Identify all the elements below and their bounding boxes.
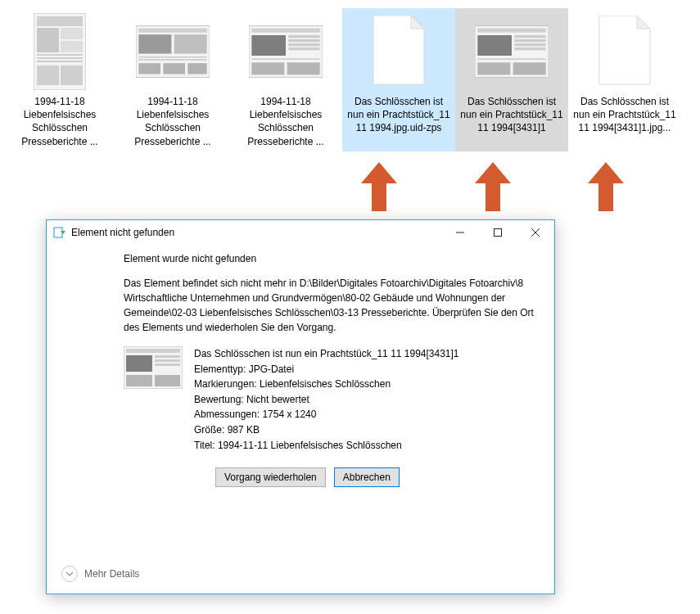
file-thumbnail [588,13,662,90]
detail-thumbnail [124,346,183,400]
svg-rect-17 [163,63,185,74]
detail-size: Größe: 987 KB [194,422,459,438]
file-thumbnail [23,13,97,90]
svg-rect-20 [251,29,319,33]
svg-rect-42 [126,349,180,353]
detail-dimensions: Abmessungen: 1754 x 1240 [194,407,459,422]
file-item[interactable]: 1994-11-18 Liebenfelsisches Schlösschen … [116,8,229,151]
dialog-message-heading: Element wurde nicht gefunden [124,253,540,264]
svg-rect-13 [174,34,207,53]
svg-rect-31 [477,35,512,56]
file-label: 1994-11-18 Liebenfelsisches Schlösschen … [233,95,339,148]
file-item[interactable]: Das Schlösschen ist nun ein Prachtstück_… [455,8,568,151]
svg-rect-34 [514,43,545,46]
svg-rect-46 [155,363,180,366]
file-thumbnail [362,13,436,90]
svg-rect-3 [61,28,83,39]
error-dialog: Element nicht gefunden Element wurde nic… [46,219,555,594]
svg-rect-43 [126,355,152,372]
svg-rect-23 [288,39,319,42]
dialog-file-details: Das Schlösschen ist nun ein Prachtstück_… [124,346,540,453]
svg-rect-32 [514,35,545,38]
svg-rect-2 [37,28,59,52]
retry-button[interactable]: Vorgang wiederholen [215,467,326,487]
svg-rect-27 [251,62,284,74]
svg-rect-28 [287,62,320,74]
svg-rect-48 [155,375,180,386]
detail-type: Elementtyp: JPG-Datei [194,362,459,377]
svg-rect-5 [37,54,83,56]
window-minimize-button[interactable] [441,220,479,245]
more-details-label: Mehr Details [84,568,139,580]
detail-title: Titel: 1994-11-11 Liebenfelsisches Schlö… [194,438,459,454]
window-close-button[interactable] [517,220,554,245]
svg-rect-24 [288,43,319,46]
svg-rect-33 [514,39,545,42]
file-item[interactable]: 1994-11-18 Liebenfelsisches Schlösschen … [3,8,116,151]
dialog-titlebar[interactable]: Element nicht gefunden [47,220,554,245]
file-label: 1994-11-18 Liebenfelsisches Schlösschen … [7,95,113,148]
svg-rect-38 [513,62,546,74]
svg-rect-36 [477,58,545,60]
svg-rect-45 [155,359,180,362]
file-thumbnail [249,13,323,90]
arrow-annotation-icon [588,162,624,211]
arrow-annotation-icon [361,162,397,211]
svg-rect-30 [477,29,545,33]
svg-rect-22 [288,35,319,38]
svg-rect-21 [251,35,286,56]
svg-rect-39 [54,228,62,237]
svg-rect-15 [138,59,206,61]
file-item[interactable]: 1994-11-18 Liebenfelsisches Schlösschen … [229,8,342,151]
svg-rect-1 [37,16,83,26]
svg-rect-8 [37,65,59,85]
svg-rect-40 [495,229,502,237]
svg-rect-4 [61,41,83,52]
detail-tags: Markierungen: Liebenfelsisches Schlössch… [194,377,459,392]
svg-rect-35 [514,47,545,50]
chevron-down-icon [61,566,78,582]
svg-rect-44 [155,355,180,358]
more-details-toggle[interactable]: Mehr Details [61,566,139,582]
dialog-title-icon [53,226,66,239]
file-thumbnail [136,13,210,90]
file-label: Das Schlösschen ist nun ein Prachtstück_… [571,95,678,135]
svg-rect-37 [477,62,510,74]
svg-rect-18 [187,63,206,74]
file-thumbnail [475,13,549,90]
file-item[interactable]: Das Schlösschen ist nun ein Prachtstück_… [342,8,455,151]
svg-rect-14 [138,56,206,58]
file-label: 1994-11-18 Liebenfelsisches Schlösschen … [120,95,226,148]
svg-rect-9 [61,65,83,85]
svg-rect-6 [37,57,83,59]
window-maximize-button[interactable] [479,220,517,245]
cancel-button[interactable]: Abbrechen [334,467,400,487]
svg-rect-26 [251,58,319,60]
file-item[interactable]: Das Schlösschen ist nun ein Prachtstück_… [568,8,681,151]
detail-rating: Bewertung: Nicht bewertet [194,392,459,408]
svg-rect-11 [138,29,206,33]
detail-filename: Das Schlösschen ist nun ein Prachtstück_… [194,346,459,362]
file-label: Das Schlösschen ist nun ein Prachtstück_… [458,95,565,135]
file-label: Das Schlösschen ist nun ein Prachtstück_… [345,95,452,135]
dialog-title: Element nicht gefunden [71,227,441,238]
dialog-message-body: Das Element befindet sich nicht mehr in … [124,276,540,335]
svg-rect-7 [37,61,83,62]
file-grid: 1994-11-18 Liebenfelsisches Schlösschen … [0,0,700,151]
svg-rect-16 [138,63,160,74]
svg-rect-47 [126,375,152,386]
arrow-annotation-icon [475,162,511,211]
svg-rect-25 [288,47,319,50]
svg-rect-12 [138,34,171,53]
